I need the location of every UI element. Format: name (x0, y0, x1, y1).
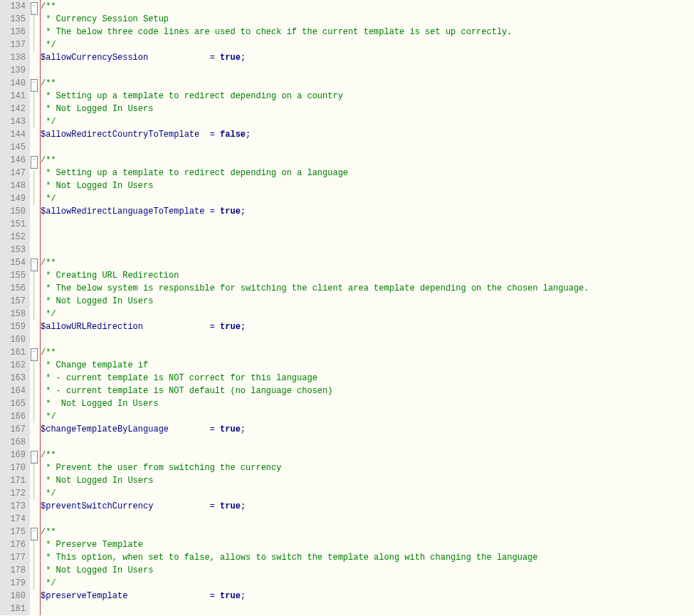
token-punc: ; (241, 501, 246, 511)
code-line[interactable]: * Not Logged In Users (41, 103, 694, 115)
token-op: = (210, 207, 215, 216)
code-line[interactable]: * Not Logged In Users (41, 295, 694, 308)
code-line[interactable]: */ (41, 38, 694, 51)
code-line[interactable]: */ (41, 577, 694, 590)
code-line[interactable]: */ (41, 192, 694, 205)
token-comment: /** (41, 1, 56, 11)
code-line[interactable]: * - current template is NOT default (no … (41, 385, 694, 397)
code-line[interactable]: * Not Logged In Users (41, 179, 694, 192)
code-line[interactable]: * The below three code lines are used to… (41, 26, 694, 38)
line-number: 139 (0, 64, 26, 77)
code-line[interactable]: $preserveTemplate = true; (41, 590, 694, 602)
code-line[interactable]: * The below system is responsible for sw… (41, 282, 694, 295)
fold-cell (30, 218, 40, 231)
line-number: 176 (0, 538, 26, 551)
token-comment: * Creating URL Redirection (41, 271, 179, 281)
token-plain (204, 207, 209, 216)
code-line[interactable]: * Not Logged In Users (41, 564, 694, 577)
fold-cell (30, 244, 40, 256)
code-line[interactable]: * Prevent the user from switching the cu… (41, 461, 694, 474)
token-comment: * This option, when set to false, allows… (41, 553, 538, 563)
code-line[interactable]: * Creating URL Redirection (41, 269, 694, 282)
fold-guide (33, 577, 34, 590)
code-line[interactable] (41, 64, 694, 77)
code-line[interactable] (41, 436, 694, 449)
code-line[interactable]: /** (41, 0, 694, 13)
code-line[interactable]: */ (41, 410, 694, 423)
token-punc: ; (241, 424, 246, 434)
line-number: 165 (0, 397, 26, 410)
code-line[interactable]: */ (41, 115, 694, 128)
code-line[interactable] (41, 244, 694, 256)
token-plain (127, 591, 209, 601)
code-line[interactable]: /** (41, 154, 694, 167)
code-line[interactable]: $allowURLRedirection = true; (41, 320, 694, 333)
token-punc: ; (241, 207, 246, 216)
line-number: 141 (0, 90, 26, 103)
line-number-gutter: 1341351361371381391401411421431441451461… (0, 0, 30, 615)
code-line[interactable]: * Not Logged In Users (41, 397, 694, 410)
fold-cell (30, 487, 40, 500)
code-line[interactable]: $allowCurrencySession = true; (41, 51, 694, 64)
fold-guide (33, 282, 34, 295)
line-number: 140 (0, 77, 26, 90)
token-comment: */ (41, 412, 56, 422)
fold-guide (33, 461, 34, 474)
code-line[interactable]: * Currency Session Setup (41, 13, 694, 26)
token-comment: * Setting up a template to redirect depe… (41, 91, 343, 101)
code-line[interactable]: * - current template is NOT correct for … (41, 372, 694, 385)
token-bool: true (220, 424, 241, 434)
code-line[interactable]: $preventSwitchCurrency = true; (41, 500, 694, 513)
token-punc: ; (241, 322, 246, 332)
line-number: 178 (0, 564, 26, 577)
code-line[interactable] (41, 231, 694, 244)
code-line[interactable] (41, 218, 694, 231)
token-var: $allowCurrencySession (41, 53, 148, 63)
line-number: 152 (0, 231, 26, 244)
token-comment: */ (41, 40, 56, 50)
line-number: 142 (0, 103, 26, 115)
fold-guide (33, 397, 34, 410)
token-comment: */ (41, 309, 56, 319)
fold-cell (30, 577, 40, 590)
fold-cell (30, 308, 40, 320)
fold-cell (30, 590, 40, 602)
code-line[interactable]: * Not Logged In Users (41, 474, 694, 487)
code-line[interactable]: /** (41, 77, 694, 90)
code-line[interactable]: * This option, when set to false, allows… (41, 551, 694, 564)
code-line[interactable]: /** (41, 526, 694, 538)
code-line[interactable] (41, 513, 694, 526)
code-line[interactable]: */ (41, 487, 694, 500)
code-line[interactable]: $allowRedirectLanguageToTemplate = true; (41, 205, 694, 218)
fold-cell (30, 38, 40, 51)
fold-cell (30, 333, 40, 346)
code-line[interactable]: * Change template if (41, 359, 694, 372)
code-line[interactable]: * Setting up a template to redirect depe… (41, 90, 694, 103)
code-line[interactable]: /** (41, 256, 694, 269)
code-line[interactable]: $allowRedirectCountryToTemplate = false; (41, 128, 694, 141)
code-line[interactable]: /** (41, 346, 694, 359)
code-line[interactable]: /** (41, 449, 694, 461)
code-line[interactable]: $changeTemplateByLanguage = true; (41, 423, 694, 436)
code-area[interactable]: /** * Currency Session Setup * The below… (40, 0, 694, 615)
fold-guide (33, 308, 34, 320)
token-comment: * The below system is responsible for sw… (41, 283, 589, 293)
code-line[interactable]: * Setting up a template to redirect depe… (41, 167, 694, 179)
line-number: 135 (0, 13, 26, 26)
code-line[interactable] (41, 141, 694, 154)
fold-guide (33, 38, 34, 51)
code-line[interactable]: * Preserve Template (41, 538, 694, 551)
token-var: $allowRedirectCountryToTemplate (41, 130, 199, 140)
fold-cell (30, 372, 40, 385)
fold-guide (33, 372, 34, 385)
token-comment: */ (41, 194, 56, 204)
token-plain (215, 322, 220, 332)
code-line[interactable]: */ (41, 308, 694, 320)
code-line[interactable] (41, 602, 694, 615)
token-bool: true (220, 207, 241, 216)
token-plain (153, 501, 209, 511)
line-number: 163 (0, 372, 26, 385)
code-line[interactable] (41, 333, 694, 346)
fold-guide (33, 269, 34, 282)
line-number: 149 (0, 192, 26, 205)
